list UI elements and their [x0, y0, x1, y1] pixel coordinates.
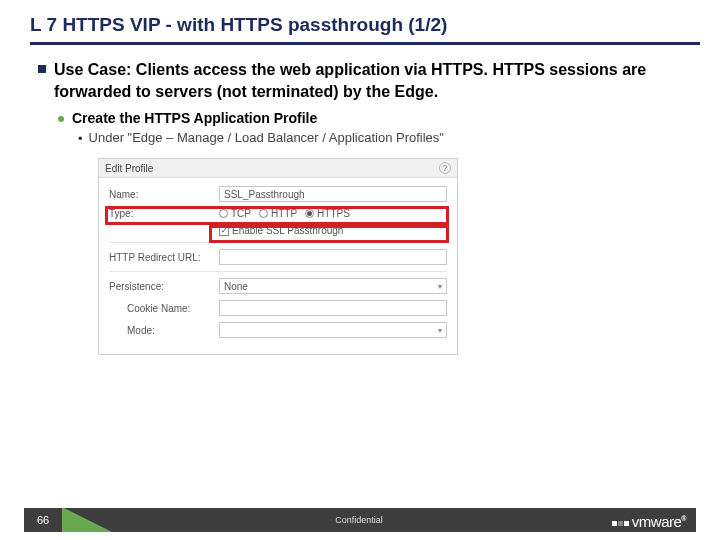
- sub-bullet-1-text: Create the HTTPS Application Profile: [72, 110, 317, 126]
- ssl-passthrough-checkbox[interactable]: ✓ Enable SSL Passthrough: [219, 225, 343, 236]
- square-bullet-icon: [38, 65, 46, 73]
- redirect-input[interactable]: [219, 249, 447, 265]
- cookie-row: Cookie Name:: [109, 300, 447, 316]
- divider: [109, 242, 447, 243]
- checkbox-icon: ✓: [219, 226, 229, 236]
- ssl-passthrough-row: ✓ Enable SSL Passthrough: [109, 225, 447, 236]
- footer-bar: 66 Confidential vmware®: [24, 508, 696, 532]
- logo-boxes-icon: [612, 521, 629, 526]
- edit-profile-dialog: Edit Profile ? Name: SSL_Passthrough Typ…: [98, 158, 458, 355]
- slide-title: L 7 HTTPS VIP - with HTTPS passthrough (…: [0, 0, 720, 42]
- radio-http-label: HTTP: [271, 208, 297, 219]
- mode-label: Mode:: [109, 325, 219, 336]
- chevron-down-icon: ▾: [438, 282, 442, 291]
- cookie-label: Cookie Name:: [109, 303, 219, 314]
- footer-triangle-icon: [64, 508, 112, 532]
- redirect-label: HTTP Redirect URL:: [109, 252, 219, 263]
- main-bullet: Use Case: Clients access the web applica…: [38, 59, 690, 102]
- confidential-label: Confidential: [112, 515, 696, 525]
- persistence-row: Persistence: None ▾: [109, 278, 447, 294]
- small-bullet-icon: •: [78, 130, 83, 148]
- type-row: Type: TCP HTTP HTTPS: [109, 208, 447, 219]
- ssl-passthrough-label: Enable SSL Passthrough: [232, 225, 343, 236]
- dot-bullet-icon: [58, 116, 64, 122]
- name-input[interactable]: SSL_Passthrough: [219, 186, 447, 202]
- mode-row: Mode: ▾: [109, 322, 447, 338]
- radio-icon: [219, 209, 228, 218]
- radio-https-label: HTTPS: [317, 208, 350, 219]
- radio-https[interactable]: HTTPS: [305, 208, 350, 219]
- dialog-title: Edit Profile: [105, 163, 153, 174]
- type-radio-group: TCP HTTP HTTPS: [219, 208, 350, 219]
- radio-icon: [305, 209, 314, 218]
- name-label: Name:: [109, 189, 219, 200]
- sub-bullet-2: • Under "Edge – Manage / Load Balancer /…: [78, 130, 690, 148]
- radio-icon: [259, 209, 268, 218]
- chevron-down-icon: ▾: [438, 326, 442, 335]
- dialog-body: Name: SSL_Passthrough Type: TCP HTTP: [99, 178, 457, 354]
- main-bullet-text: Use Case: Clients access the web applica…: [54, 59, 690, 102]
- divider: [109, 271, 447, 272]
- help-icon[interactable]: ?: [439, 162, 451, 174]
- radio-http[interactable]: HTTP: [259, 208, 297, 219]
- type-label: Type:: [109, 208, 219, 219]
- persistence-value: None: [224, 281, 248, 292]
- sub-bullet-2-text: Under "Edge – Manage / Load Balancer / A…: [89, 130, 444, 145]
- cookie-input[interactable]: [219, 300, 447, 316]
- sub-bullet-1: Create the HTTPS Application Profile: [58, 110, 690, 126]
- dialog-header: Edit Profile ?: [99, 159, 457, 178]
- logo-text: vmware: [632, 513, 682, 530]
- radio-tcp-label: TCP: [231, 208, 251, 219]
- persistence-label: Persistence:: [109, 281, 219, 292]
- vmware-logo: vmware®: [612, 513, 686, 530]
- content-area: Use Case: Clients access the web applica…: [0, 45, 720, 355]
- logo-reg: ®: [681, 515, 686, 522]
- name-row: Name: SSL_Passthrough: [109, 186, 447, 202]
- radio-tcp[interactable]: TCP: [219, 208, 251, 219]
- persistence-select[interactable]: None ▾: [219, 278, 447, 294]
- redirect-row: HTTP Redirect URL:: [109, 249, 447, 265]
- page-number: 66: [24, 508, 64, 532]
- mode-select[interactable]: ▾: [219, 322, 447, 338]
